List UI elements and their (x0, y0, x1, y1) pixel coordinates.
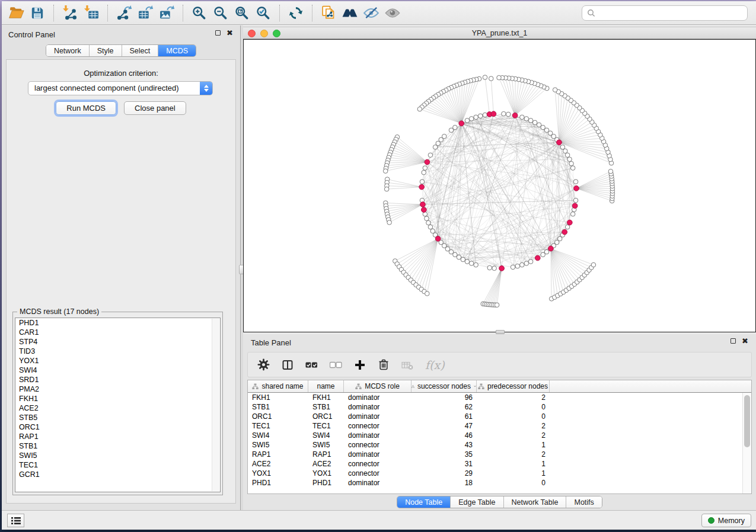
table-row[interactable]: PHD1PHD1dominator180 (248, 478, 751, 488)
network-node[interactable] (422, 170, 426, 175)
select-all-rows-button[interactable] (305, 357, 318, 373)
mcds-result-item[interactable]: STP4 (15, 337, 220, 347)
cell-shared-name[interactable]: SWI4 (248, 431, 308, 440)
save-session-button[interactable] (27, 3, 48, 23)
tab-select[interactable]: Select (122, 45, 159, 56)
network-node[interactable] (544, 128, 549, 133)
network-node[interactable] (449, 249, 454, 254)
network-node[interactable] (492, 266, 497, 271)
network-node[interactable] (436, 141, 441, 146)
cell-name[interactable]: SWI5 (308, 441, 344, 449)
network-node[interactable] (449, 128, 454, 133)
network-node[interactable] (428, 225, 433, 229)
column-header-mcds-role[interactable]: MCDS role (344, 380, 412, 392)
float-panel-icon[interactable] (215, 30, 221, 36)
network-node[interactable] (565, 153, 570, 158)
network-node[interactable] (469, 261, 474, 266)
export-network-button[interactable] (113, 3, 135, 23)
mcds-result-item[interactable]: TID3 (15, 347, 220, 356)
network-node[interactable] (453, 252, 458, 257)
cell-predecessor-nodes[interactable]: 0 (477, 479, 550, 487)
network-node[interactable] (457, 255, 461, 259)
cell-predecessor-nodes[interactable]: 2 (477, 422, 550, 430)
table-settings-button[interactable] (257, 357, 270, 373)
close-panel-icon[interactable]: ✖ (227, 30, 233, 36)
table-row[interactable]: ORC1ORC1dominator610 (248, 412, 751, 421)
cell-mcds-role[interactable]: connector (344, 441, 412, 449)
refresh-view-button[interactable] (285, 3, 307, 23)
network-node[interactable] (567, 157, 572, 162)
network-node[interactable] (383, 169, 388, 174)
cell-shared-name[interactable]: STB1 (248, 403, 308, 411)
tab-mcds[interactable]: MCDS (158, 45, 196, 56)
network-node[interactable] (502, 111, 506, 116)
network-node[interactable] (465, 259, 470, 264)
mcds-result-item[interactable]: GCR1 (15, 470, 220, 479)
cell-predecessor-nodes[interactable]: 2 (477, 393, 550, 402)
network-node[interactable] (591, 262, 596, 267)
mcds-result-item[interactable]: FKH1 (15, 394, 220, 403)
cell-shared-name[interactable]: FKH1 (248, 393, 308, 402)
cell-predecessor-nodes[interactable]: 2 (477, 450, 550, 459)
network-node[interactable] (469, 117, 474, 121)
network-hub-node[interactable] (420, 202, 426, 207)
tab-style[interactable]: Style (90, 45, 122, 56)
close-panel-button[interactable]: Close panel (124, 101, 186, 115)
network-node[interactable] (537, 123, 541, 127)
mcds-result-item[interactable]: ORC1 (15, 422, 220, 432)
network-node[interactable] (428, 153, 433, 158)
network-node[interactable] (420, 180, 425, 184)
cell-successor-nodes[interactable]: 47 (412, 422, 477, 430)
cell-mcds-role[interactable]: dominator (344, 450, 412, 459)
network-node[interactable] (478, 114, 483, 118)
mcds-result-item[interactable]: STB5 (15, 413, 220, 422)
table-scrollbar[interactable] (742, 393, 751, 493)
copy-network-button[interactable] (318, 3, 339, 23)
network-node[interactable] (489, 76, 493, 81)
table-tab-network-table[interactable]: Network Table (504, 496, 567, 508)
network-node[interactable] (511, 265, 515, 270)
network-node[interactable] (569, 161, 574, 166)
cell-shared-name[interactable]: TEC1 (248, 422, 308, 430)
cell-shared-name[interactable]: YOX1 (248, 469, 308, 477)
table-row[interactable]: SWI5SWI5connector431 (248, 440, 751, 450)
network-node[interactable] (497, 75, 502, 80)
cell-predecessor-nodes[interactable]: 0 (477, 412, 550, 421)
first-neighbors-button[interactable] (339, 3, 361, 23)
cell-shared-name[interactable]: ACE2 (248, 460, 308, 468)
cell-mcds-role[interactable]: dominator (344, 479, 412, 487)
zoom-fit-button[interactable] (231, 3, 253, 23)
cell-predecessor-nodes[interactable]: 2 (477, 431, 550, 440)
hide-selected-button[interactable] (361, 3, 382, 23)
zoom-in-button[interactable] (189, 3, 210, 23)
cell-successor-nodes[interactable]: 61 (412, 412, 477, 421)
network-node[interactable] (541, 125, 546, 130)
network-node[interactable] (520, 115, 525, 120)
cell-successor-nodes[interactable]: 29 (412, 469, 477, 477)
network-hub-node[interactable] (557, 140, 562, 145)
mcds-result-item[interactable]: CAR1 (15, 328, 220, 337)
network-node[interactable] (426, 220, 431, 225)
tab-network[interactable]: Network (46, 45, 90, 56)
table-scrollbar-thumb[interactable] (744, 395, 750, 447)
network-node[interactable] (570, 166, 575, 171)
add-column-button[interactable] (354, 357, 366, 373)
export-image-button[interactable] (156, 3, 177, 23)
cell-mcds-role[interactable]: connector (344, 469, 412, 477)
network-node[interactable] (528, 259, 533, 264)
search-input[interactable] (598, 7, 747, 19)
cell-predecessor-nodes[interactable]: 1 (477, 469, 550, 477)
mcds-result-item[interactable]: STB1 (15, 441, 220, 451)
network-canvas[interactable] (243, 39, 756, 332)
cell-mcds-role[interactable]: dominator (344, 431, 412, 440)
network-node[interactable] (483, 75, 487, 80)
network-node[interactable] (506, 112, 511, 117)
cell-successor-nodes[interactable]: 35 (412, 450, 477, 459)
column-header-name[interactable]: name (308, 380, 344, 392)
network-node[interactable] (465, 118, 470, 123)
cell-predecessor-nodes[interactable]: 1 (477, 441, 550, 449)
cell-mcds-role[interactable]: dominator (344, 403, 412, 411)
network-node[interactable] (433, 145, 438, 150)
network-node[interactable] (483, 113, 487, 117)
import-table-button[interactable] (81, 3, 102, 23)
